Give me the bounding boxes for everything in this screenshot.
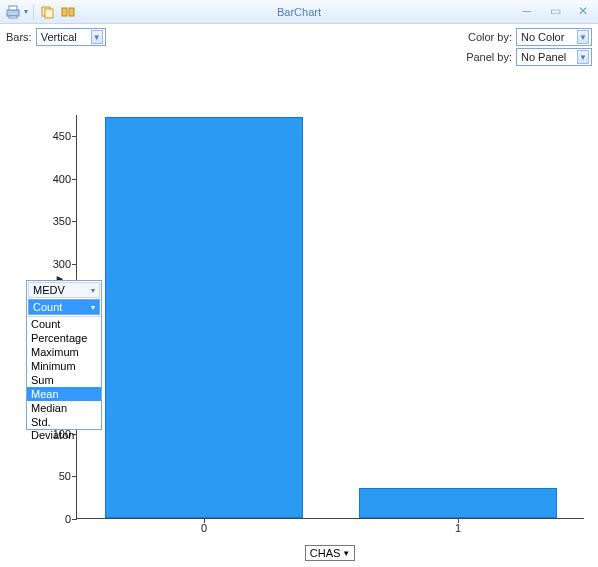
- minimize-button[interactable]: ─: [516, 2, 538, 20]
- chevron-down-icon: ▾: [91, 303, 95, 312]
- y-tick-label: 350: [37, 215, 71, 227]
- window-controls: ─ ▭ ✕: [516, 2, 594, 20]
- aggregation-option[interactable]: Maximum: [27, 345, 101, 359]
- aggregation-option[interactable]: Median: [27, 401, 101, 415]
- aggregation-option[interactable]: Mean: [27, 387, 101, 401]
- chevron-down-icon: ▾: [91, 286, 95, 295]
- svg-rect-6: [69, 8, 74, 16]
- y-tick-label: 50: [37, 470, 71, 482]
- aggregation-option[interactable]: Sum: [27, 373, 101, 387]
- titlebar-toolbar: ▾: [0, 3, 77, 21]
- close-button[interactable]: ✕: [572, 2, 594, 20]
- svg-rect-0: [7, 10, 19, 16]
- aggregation-current-row[interactable]: Count ▾: [28, 299, 100, 315]
- y-tick-label: 450: [37, 130, 71, 142]
- x-axis-label[interactable]: CHAS ▼: [305, 545, 355, 561]
- x-axis-label-wrap: CHAS ▼: [76, 545, 584, 561]
- colorby-label: Color by:: [468, 31, 512, 43]
- chevron-down-icon: ▼: [342, 549, 350, 558]
- maximize-button[interactable]: ▭: [544, 2, 566, 20]
- bar[interactable]: [105, 117, 303, 518]
- aggregation-current-text: Count: [33, 301, 62, 313]
- aggregation-option-list: CountPercentageMaximumMinimumSumMeanMedi…: [27, 316, 101, 429]
- print-dropdown-icon[interactable]: ▾: [24, 7, 28, 16]
- aggregation-option[interactable]: Std. Deviaton: [27, 415, 101, 429]
- copy-icon[interactable]: [39, 3, 57, 21]
- svg-rect-2: [9, 16, 17, 18]
- print-icon[interactable]: [4, 3, 22, 21]
- x-tick-label: 1: [455, 522, 461, 534]
- x-tick-label: 0: [201, 522, 207, 534]
- bars-label: Bars:: [6, 31, 32, 43]
- plot-region: 05010015020025030035040045001: [76, 115, 584, 519]
- colorby-combo[interactable]: No Color ▼: [516, 28, 592, 46]
- bars-combo-value: Vertical: [41, 31, 77, 43]
- y-tick-label: 400: [37, 173, 71, 185]
- chevron-down-icon: ▼: [91, 30, 103, 44]
- panelby-combo[interactable]: No Panel ▼: [516, 48, 592, 66]
- window-title: BarChart: [0, 6, 598, 18]
- x-axis-label-text: CHAS: [310, 547, 341, 559]
- settings-icon[interactable]: [59, 3, 77, 21]
- chevron-down-icon: ▼: [577, 30, 589, 44]
- panelby-combo-value: No Panel: [521, 51, 566, 63]
- svg-rect-5: [62, 8, 67, 16]
- aggregation-option[interactable]: Minimum: [27, 359, 101, 373]
- aggregation-popup: MEDV ▾ Count ▾ CountPercentageMaximumMin…: [26, 280, 102, 430]
- yaxis-variable-text: MEDV: [33, 284, 65, 296]
- y-tick-label: 0: [37, 513, 71, 525]
- panelby-label: Panel by:: [466, 51, 512, 63]
- y-tick-label: 300: [37, 258, 71, 270]
- titlebar: ▾ BarChart ─ ▭ ✕: [0, 0, 598, 24]
- aggregation-option[interactable]: Count: [27, 317, 101, 331]
- bars-combo[interactable]: Vertical ▼: [36, 28, 106, 46]
- aggregation-option[interactable]: Percentage: [27, 331, 101, 345]
- controls-row: Bars: Vertical ▼ Color by: No Color ▼ Pa…: [0, 24, 598, 52]
- chevron-down-icon: ▼: [577, 50, 589, 64]
- colorby-combo-value: No Color: [521, 31, 564, 43]
- svg-rect-1: [9, 6, 17, 10]
- bar[interactable]: [359, 488, 557, 518]
- svg-rect-4: [45, 9, 53, 18]
- toolbar-separator: [33, 4, 34, 20]
- yaxis-variable-row[interactable]: MEDV ▾: [28, 282, 100, 298]
